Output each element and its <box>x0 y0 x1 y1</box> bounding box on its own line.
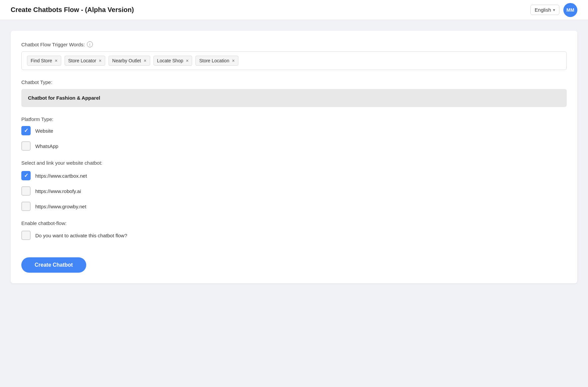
tag-locate-shop[interactable]: Locate Shop × <box>153 56 192 66</box>
enable-flow-section: Enable chatbot-flow: Do you want to acti… <box>21 220 567 240</box>
platform-whatsapp-item: WhatsApp <box>21 141 567 151</box>
tag-store-locator-remove[interactable]: × <box>99 58 102 63</box>
main-content: Chatbot Flow Trigger Words: i Find Store… <box>0 20 588 294</box>
tag-nearby-outlet-label: Nearby Outlet <box>112 58 141 63</box>
tag-nearby-outlet-remove[interactable]: × <box>144 58 146 63</box>
form-card: Chatbot Flow Trigger Words: i Find Store… <box>11 31 577 283</box>
checkmark-icon: ✓ <box>24 173 28 178</box>
tag-store-location[interactable]: Store Location × <box>195 56 238 66</box>
enable-flow-checkbox-label: Do you want to activate this chatbot flo… <box>35 233 127 238</box>
website-robofy-item: https://www.robofy.ai <box>21 186 567 196</box>
enable-flow-item: Do you want to activate this chatbot flo… <box>21 231 567 240</box>
trigger-words-label: Chatbot Flow Trigger Words: i <box>21 41 567 47</box>
page-title: Create Chatbots Flow - (Alpha Version) <box>11 6 134 14</box>
chatbot-type-label: Chatbot Type: <box>21 79 567 85</box>
tag-store-locator-label: Store Locator <box>68 58 96 63</box>
language-selector[interactable]: English ▾ <box>530 5 559 15</box>
chatbot-type-value: Chatbot for Fashion & Apparel <box>28 95 100 101</box>
trigger-words-section: Chatbot Flow Trigger Words: i Find Store… <box>21 41 567 70</box>
enable-flow-label: Enable chatbot-flow: <box>21 220 567 226</box>
avatar: MM <box>563 3 577 17</box>
tag-find-store-label: Find Store <box>31 58 52 63</box>
website-growby-label: https://www.growby.net <box>35 204 86 209</box>
website-robofy-label: https://www.robofy.ai <box>35 188 81 194</box>
chatbot-type-box: Chatbot for Fashion & Apparel <box>21 89 567 107</box>
tag-store-locator[interactable]: Store Locator × <box>65 56 105 66</box>
website-cartbox-label: https://www.cartbox.net <box>35 173 87 179</box>
platform-type-section: Platform Type: ✓ Website WhatsApp <box>21 116 567 151</box>
create-chatbot-button[interactable]: Create Chatbot <box>21 257 86 273</box>
tag-find-store-remove[interactable]: × <box>55 58 58 63</box>
tag-store-location-label: Store Location <box>199 58 229 63</box>
platform-website-label: Website <box>35 128 53 134</box>
platform-type-label: Platform Type: <box>21 116 567 122</box>
enable-flow-checkbox[interactable] <box>21 231 31 240</box>
tag-locate-shop-label: Locate Shop <box>157 58 183 63</box>
website-growby-item: https://www.growby.net <box>21 202 567 211</box>
website-growby-checkbox[interactable] <box>21 202 31 211</box>
website-cartbox-checkbox[interactable]: ✓ <box>21 171 31 180</box>
tag-locate-shop-remove[interactable]: × <box>186 58 188 63</box>
header: Create Chatbots Flow - (Alpha Version) E… <box>0 0 588 20</box>
tag-store-location-remove[interactable]: × <box>232 58 235 63</box>
checkmark-icon: ✓ <box>24 128 28 133</box>
tags-container: Find Store × Store Locator × Nearby Outl… <box>21 51 567 70</box>
website-cartbox-item: ✓ https://www.cartbox.net <box>21 171 567 180</box>
website-chatbot-section: Select and link your website chatbot: ✓ … <box>21 160 567 211</box>
page-wrapper: Create Chatbots Flow - (Alpha Version) E… <box>0 0 588 387</box>
language-label: English <box>535 7 551 13</box>
tag-nearby-outlet[interactable]: Nearby Outlet × <box>109 56 150 66</box>
chevron-down-icon: ▾ <box>553 8 555 12</box>
platform-website-item: ✓ Website <box>21 126 567 135</box>
tag-find-store[interactable]: Find Store × <box>27 56 61 66</box>
platform-website-checkbox[interactable]: ✓ <box>21 126 31 135</box>
website-robofy-checkbox[interactable] <box>21 186 31 196</box>
chatbot-type-section: Chatbot Type: Chatbot for Fashion & Appa… <box>21 79 567 107</box>
platform-whatsapp-checkbox[interactable] <box>21 141 31 151</box>
header-right: English ▾ MM <box>530 3 577 17</box>
website-chatbot-label: Select and link your website chatbot: <box>21 160 567 166</box>
platform-whatsapp-label: WhatsApp <box>35 143 58 149</box>
info-icon: i <box>87 41 93 47</box>
